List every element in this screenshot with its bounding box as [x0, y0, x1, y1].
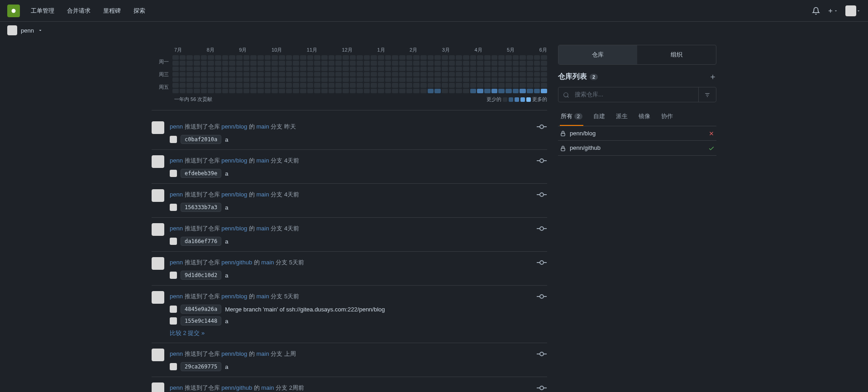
commit-hash-link[interactable]: da166ef776	[181, 237, 221, 246]
heatmap-cell[interactable]	[399, 55, 405, 60]
heatmap-cell[interactable]	[201, 67, 207, 71]
heatmap-cell[interactable]	[513, 89, 519, 93]
heatmap-cell[interactable]	[222, 67, 229, 71]
heatmap-cell[interactable]	[434, 83, 441, 87]
heatmap-cell[interactable]	[307, 89, 314, 93]
heatmap-cell[interactable]	[364, 61, 370, 65]
heatmap-cell[interactable]	[371, 67, 377, 71]
create-menu[interactable]	[827, 8, 838, 14]
heatmap-cell[interactable]	[434, 72, 441, 76]
heatmap-cell[interactable]	[434, 61, 441, 65]
heatmap-cell[interactable]	[392, 72, 398, 76]
heatmap-cell[interactable]	[236, 61, 243, 65]
heatmap-cell[interactable]	[172, 77, 179, 82]
heatmap-cell[interactable]	[335, 72, 342, 76]
heatmap-cell[interactable]	[335, 55, 342, 60]
heatmap-cell[interactable]	[428, 83, 434, 87]
heatmap-cell[interactable]	[180, 77, 186, 82]
user-link[interactable]: penn	[170, 225, 183, 232]
heatmap-cell[interactable]	[300, 61, 306, 65]
heatmap-cell[interactable]	[442, 83, 448, 87]
heatmap-cell[interactable]	[229, 89, 235, 93]
heatmap-cell[interactable]	[201, 89, 207, 93]
heatmap-cell[interactable]	[364, 89, 370, 93]
heatmap-cell[interactable]	[172, 89, 179, 93]
repo-link[interactable]: penn/github	[221, 259, 252, 266]
heatmap-cell[interactable]	[541, 89, 547, 93]
filter-tab-forks[interactable]: 派生	[615, 108, 629, 126]
heatmap-cell[interactable]	[279, 61, 285, 65]
heatmap-cell[interactable]	[484, 89, 491, 93]
heatmap-cell[interactable]	[335, 61, 342, 65]
heatmap-cell[interactable]	[520, 89, 526, 93]
heatmap-cell[interactable]	[215, 89, 221, 93]
heatmap-cell[interactable]	[484, 72, 491, 76]
heatmap-cell[interactable]	[463, 72, 469, 76]
heatmap-cell[interactable]	[541, 83, 547, 87]
heatmap-cell[interactable]	[378, 55, 384, 60]
heatmap-cell[interactable]	[335, 89, 342, 93]
heatmap-cell[interactable]	[527, 77, 533, 82]
heatmap-cell[interactable]	[222, 61, 229, 65]
heatmap-cell[interactable]	[314, 67, 320, 71]
heatmap-cell[interactable]	[513, 61, 519, 65]
heatmap-cell[interactable]	[265, 77, 271, 82]
heatmap-cell[interactable]	[513, 83, 519, 87]
heatmap-cell[interactable]	[371, 55, 377, 60]
filter-tab-all[interactable]: 所有 2	[560, 108, 583, 126]
heatmap-cell[interactable]	[243, 83, 250, 87]
heatmap-cell[interactable]	[534, 55, 540, 60]
heatmap-cell[interactable]	[329, 72, 335, 76]
user-avatar-icon[interactable]	[152, 189, 164, 202]
heatmap-cell[interactable]	[293, 72, 299, 76]
repo-link[interactable]: penn/blog	[221, 191, 247, 198]
heatmap-cell[interactable]	[286, 55, 292, 60]
heatmap-cell[interactable]	[477, 83, 483, 87]
heatmap-cell[interactable]	[392, 61, 398, 65]
bell-icon[interactable]	[812, 7, 820, 15]
heatmap-cell[interactable]	[172, 67, 179, 71]
heatmap-cell[interactable]	[314, 77, 320, 82]
heatmap-cell[interactable]	[286, 89, 292, 93]
heatmap-cell[interactable]	[534, 67, 540, 71]
tab-repositories[interactable]: 仓库	[558, 45, 637, 64]
user-avatar-icon[interactable]	[152, 223, 164, 236]
heatmap-cell[interactable]	[343, 77, 349, 82]
heatmap-cell[interactable]	[463, 61, 469, 65]
heatmap-cell[interactable]	[222, 55, 229, 60]
heatmap-cell[interactable]	[186, 89, 193, 93]
heatmap-cell[interactable]	[527, 83, 533, 87]
heatmap-cell[interactable]	[406, 77, 413, 82]
heatmap-cell[interactable]	[357, 77, 363, 82]
heatmap-cell[interactable]	[491, 61, 498, 65]
tab-organizations[interactable]: 组织	[637, 45, 716, 64]
heatmap-cell[interactable]	[406, 67, 413, 71]
heatmap-cell[interactable]	[541, 61, 547, 65]
heatmap-cell[interactable]	[428, 89, 434, 93]
heatmap-cell[interactable]	[371, 72, 377, 76]
heatmap-cell[interactable]	[442, 55, 448, 60]
heatmap-cell[interactable]	[399, 67, 405, 71]
heatmap-cell[interactable]	[279, 72, 285, 76]
heatmap-cell[interactable]	[208, 61, 214, 65]
heatmap-cell[interactable]	[399, 83, 405, 87]
heatmap-cell[interactable]	[307, 55, 314, 60]
heatmap-cell[interactable]	[477, 61, 483, 65]
heatmap-cell[interactable]	[413, 55, 420, 60]
heatmap-cell[interactable]	[180, 55, 186, 60]
heatmap-cell[interactable]	[392, 83, 398, 87]
heatmap-cell[interactable]	[314, 72, 320, 76]
heatmap-cell[interactable]	[236, 77, 243, 82]
heatmap-cell[interactable]	[194, 77, 200, 82]
heatmap-cell[interactable]	[484, 55, 491, 60]
heatmap-cell[interactable]	[243, 67, 250, 71]
filter-tab-collab[interactable]: 协作	[660, 108, 674, 126]
heatmap-cell[interactable]	[321, 89, 328, 93]
heatmap-cell[interactable]	[428, 72, 434, 76]
heatmap-cell[interactable]	[477, 67, 483, 71]
heatmap-cell[interactable]	[194, 89, 200, 93]
heatmap-cell[interactable]	[293, 61, 299, 65]
heatmap-cell[interactable]	[279, 89, 285, 93]
heatmap-cell[interactable]	[243, 89, 250, 93]
heatmap-cell[interactable]	[201, 83, 207, 87]
